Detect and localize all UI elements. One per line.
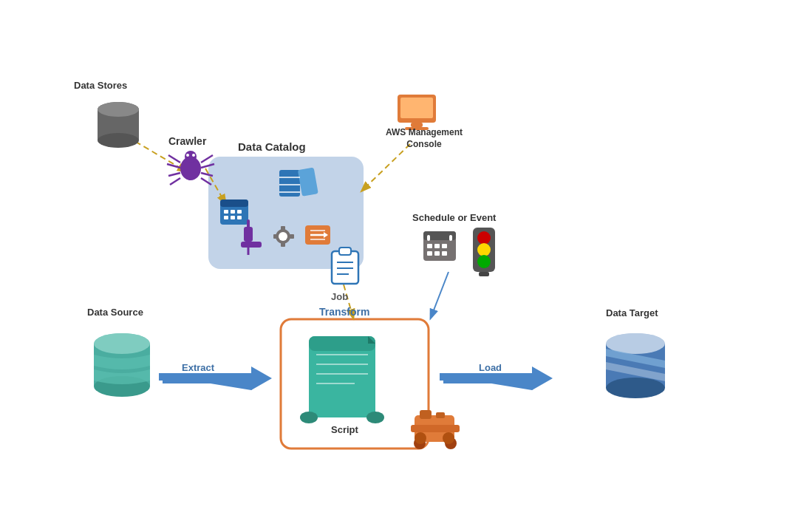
svg-rect-36 bbox=[237, 210, 242, 214]
svg-rect-35 bbox=[231, 210, 235, 214]
svg-rect-34 bbox=[224, 210, 228, 214]
job-label: Job bbox=[331, 291, 348, 302]
svg-rect-60 bbox=[398, 95, 436, 123]
svg-rect-47 bbox=[281, 242, 285, 247]
svg-rect-104 bbox=[163, 373, 251, 383]
svg-rect-78 bbox=[479, 272, 489, 276]
svg-point-102 bbox=[606, 378, 665, 398]
svg-line-6 bbox=[431, 272, 449, 318]
svg-point-13 bbox=[98, 133, 139, 148]
svg-rect-61 bbox=[400, 98, 433, 118]
svg-point-77 bbox=[477, 255, 491, 268]
data-catalog-label: Data Catalog bbox=[238, 140, 306, 153]
svg-point-17 bbox=[186, 154, 189, 157]
svg-line-3 bbox=[205, 168, 225, 203]
svg-rect-55 bbox=[332, 251, 358, 284]
svg-rect-32 bbox=[220, 200, 248, 225]
svg-rect-50 bbox=[305, 225, 330, 245]
svg-rect-10 bbox=[440, 373, 536, 381]
extract-label: Extract bbox=[182, 362, 214, 373]
diagram-container: Data Stores Crawler Data Catalog AWS Man… bbox=[0, 0, 798, 532]
svg-rect-37 bbox=[224, 216, 228, 219]
svg-point-81 bbox=[94, 376, 150, 397]
svg-rect-67 bbox=[434, 244, 440, 248]
svg-rect-28 bbox=[298, 167, 318, 196]
data-target-label: Data Target bbox=[606, 307, 658, 318]
transform-label: Transform bbox=[319, 306, 369, 318]
svg-rect-101 bbox=[606, 344, 665, 388]
svg-marker-52 bbox=[324, 232, 328, 238]
svg-marker-91 bbox=[368, 336, 375, 344]
svg-point-76 bbox=[477, 243, 491, 256]
svg-rect-65 bbox=[423, 231, 456, 240]
svg-rect-12 bbox=[98, 109, 139, 140]
svg-point-86 bbox=[366, 412, 384, 423]
svg-rect-72 bbox=[427, 235, 430, 241]
svg-line-24 bbox=[201, 164, 214, 168]
svg-rect-64 bbox=[423, 231, 456, 261]
svg-line-19 bbox=[168, 155, 180, 163]
svg-rect-83 bbox=[309, 336, 375, 417]
svg-rect-80 bbox=[94, 344, 150, 386]
svg-point-44 bbox=[276, 229, 290, 244]
svg-rect-27 bbox=[279, 170, 300, 197]
svg-rect-40 bbox=[244, 227, 253, 242]
svg-rect-0 bbox=[208, 157, 364, 269]
svg-point-18 bbox=[192, 154, 195, 157]
svg-point-85 bbox=[300, 412, 318, 423]
svg-marker-105 bbox=[251, 366, 272, 390]
svg-rect-94 bbox=[436, 412, 445, 418]
svg-rect-42 bbox=[241, 242, 262, 248]
svg-rect-46 bbox=[281, 226, 285, 231]
svg-rect-8 bbox=[159, 373, 255, 381]
svg-rect-56 bbox=[339, 248, 351, 255]
aws-console-label: AWS ManagementConsole bbox=[386, 127, 463, 150]
svg-point-96 bbox=[445, 437, 457, 449]
data-source-label: Data Source bbox=[87, 307, 143, 318]
load-label: Load bbox=[479, 362, 502, 373]
svg-rect-84 bbox=[309, 336, 375, 351]
svg-rect-71 bbox=[442, 251, 447, 256]
data-stores-label: Data Stores bbox=[74, 80, 127, 91]
svg-rect-92 bbox=[415, 415, 454, 442]
svg-line-26 bbox=[201, 178, 211, 185]
svg-line-23 bbox=[201, 155, 213, 163]
svg-rect-41 bbox=[247, 219, 250, 228]
schedule-label: Schedule or Event bbox=[412, 212, 496, 223]
svg-line-22 bbox=[170, 178, 180, 185]
svg-point-79 bbox=[94, 333, 150, 354]
script-label: Script bbox=[331, 424, 358, 435]
svg-point-95 bbox=[414, 437, 426, 449]
svg-rect-66 bbox=[427, 244, 432, 248]
svg-rect-49 bbox=[290, 234, 294, 239]
svg-rect-68 bbox=[442, 244, 447, 248]
svg-point-100 bbox=[606, 333, 665, 354]
svg-line-20 bbox=[167, 164, 180, 168]
svg-point-14 bbox=[98, 102, 139, 117]
svg-rect-70 bbox=[434, 251, 440, 256]
svg-rect-38 bbox=[231, 216, 235, 219]
svg-rect-106 bbox=[443, 373, 532, 383]
svg-rect-39 bbox=[237, 216, 242, 219]
svg-rect-93 bbox=[420, 410, 432, 419]
svg-line-21 bbox=[168, 173, 180, 176]
svg-line-4 bbox=[362, 144, 410, 191]
svg-point-15 bbox=[180, 157, 201, 180]
crawler-label: Crawler bbox=[168, 135, 206, 147]
svg-point-75 bbox=[477, 231, 491, 245]
svg-rect-74 bbox=[473, 228, 495, 272]
svg-point-45 bbox=[279, 232, 287, 241]
svg-rect-98 bbox=[415, 432, 426, 444]
svg-line-25 bbox=[201, 173, 213, 176]
svg-rect-99 bbox=[443, 432, 454, 444]
svg-rect-97 bbox=[411, 425, 460, 432]
svg-point-82 bbox=[94, 333, 150, 354]
svg-rect-69 bbox=[427, 251, 432, 256]
svg-rect-73 bbox=[449, 235, 452, 241]
svg-rect-48 bbox=[273, 234, 278, 239]
svg-point-103 bbox=[606, 333, 665, 354]
svg-rect-33 bbox=[220, 200, 248, 207]
svg-point-16 bbox=[185, 151, 197, 163]
svg-point-11 bbox=[98, 102, 139, 117]
svg-marker-107 bbox=[532, 366, 553, 390]
